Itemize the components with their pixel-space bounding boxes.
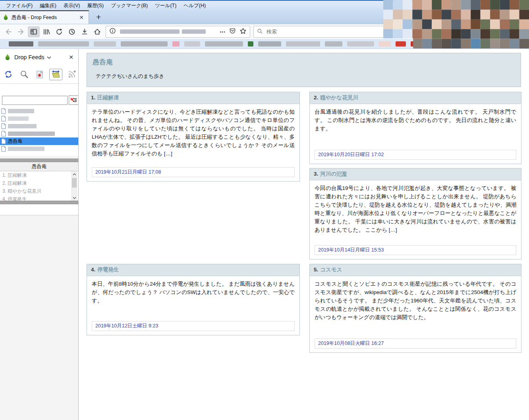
bookmark-item-redacted[interactable] [205,41,243,46]
article-list-item[interactable]: 3. 穏やかな花見川 [0,187,78,195]
back-button[interactable] [2,26,14,37]
menu-history[interactable]: 履歴(S) [83,1,107,10]
feed-item-number: 1. [91,95,95,101]
feed-item-date-box: 2019年10月20日日曜日 17:02 [315,150,516,160]
article-list: 1. 圧縮解凍 2. 圧縮解凍 3. 穏やかな花見川 4. 停電発生 [0,171,78,201]
feed-item-date-link[interactable]: 2019年10月12日土曜日 9:23 [95,323,158,329]
feed-item-title-link[interactable]: コスモス [320,267,342,273]
bookmark-item-redacted[interactable] [347,41,374,46]
feed-item-body: コスモスと聞くとソビエトのコスモス衛星が記憶に残っている年代です。 そのコスモス… [310,276,521,335]
sidebar-toggle-button[interactable] [28,26,40,37]
feed-item-card: 3.河川の氾濫 今回の台風19号により、各地で河川氾濫が起き、大変な事態となって… [309,168,521,259]
drop-feeds-favicon-icon [3,14,8,21]
sidebar-panel-title: Drop Feeds [14,54,44,60]
feed-filter-row [0,95,78,105]
bookmark-item-redacted[interactable] [286,41,320,46]
feed-tree-item-redacted[interactable] [0,115,78,122]
feed-tree-item-redacted[interactable] [0,130,78,137]
feed-item-date-box: 2019年10月14日月曜日 15:53 [315,245,516,255]
drop-feeds-logo-icon [5,53,10,62]
menu-edit[interactable]: 編集(E) [36,1,60,10]
pane-splitter-handle[interactable] [0,201,78,204]
library-button[interactable] [41,26,52,37]
options-icon[interactable] [33,69,46,80]
bookmark-item-redacted[interactable] [121,41,168,46]
menu-help[interactable]: ヘルプ(H) [180,1,209,10]
tab-close-icon[interactable]: ✕ [77,14,85,21]
clear-filter-icon[interactable] [69,95,79,105]
feed-item-card: 5.コスモス コスモスと聞くとソビエトのコスモス衛星が記憶に残っている年代です。… [309,264,521,353]
search-feeds-icon[interactable] [17,69,31,80]
feed-item-title-link[interactable]: 停電発生 [97,267,119,273]
feed-item-header: 3.河川の氾濫 [310,168,521,180]
page-actions-icon[interactable]: ••• [220,29,226,34]
feed-item-date-link[interactable]: 2019年10月21日月曜日 17:08 [95,169,161,175]
bookmark-item-redacted[interactable] [94,41,116,46]
bookmark-item-redacted[interactable] [258,41,281,46]
feed-tree-item-redacted[interactable] [0,122,78,130]
article-list-item[interactable]: 2. 圧縮解凍 [0,179,78,187]
bookmark-item-redacted[interactable] [379,41,391,46]
feed-item-header: 1.圧縮解凍 [87,92,299,104]
feed-item-title-link[interactable]: 圧縮解凍 [97,95,119,101]
subscribe-new-feed-icon[interactable] [65,69,78,80]
sidebar-close-icon[interactable]: ✕ [69,54,73,60]
feed-item-number: 3. [314,171,318,177]
feed-item-card: 1.圧縮解凍 テラ単位のハードディスクになり、今どき圧縮解凍などと言っても死語な… [87,92,300,182]
feed-item-date-box: 2019年10月12日土曜日 9:23 [92,321,295,331]
tab-title: 愚呑庵 - Drop Feeds [12,14,77,21]
feed-filter-input[interactable] [2,96,68,105]
feed-tree-item-redacted[interactable] [0,145,78,153]
bookmark-item-redacted[interactable] [325,41,342,46]
bookmark-item-redacted[interactable] [248,41,253,46]
menu-tools[interactable]: ツール(T) [151,1,180,10]
feed-item-body: 本日、午前8時10分から24分まで停電が発生しました。 まだ風雨は強くありません… [87,276,299,317]
site-info-icon[interactable] [109,27,116,36]
feed-item-date-link[interactable]: 2019年10月08日火曜日 16:27 [318,341,384,346]
bookmark-star-icon[interactable] [239,27,247,36]
feed-item-header: 2.穏やかな花見川 [310,92,521,104]
folder-pane-icon[interactable] [49,69,62,80]
pocket-icon[interactable] [229,27,236,36]
url-bar[interactable]: ••• [106,26,250,38]
feed-item-title-link[interactable]: 穏やかな花見川 [320,95,358,101]
menu-file[interactable]: ファイル(F) [2,1,36,10]
tab-drop-feeds[interactable]: 愚呑庵 - Drop Feeds ✕ [0,10,89,24]
bookmark-item-redacted[interactable] [172,41,180,46]
forward-button[interactable] [15,26,27,37]
feed-check-now-icon[interactable] [2,69,15,80]
new-tab-button[interactable]: + [92,10,105,24]
bookmark-item-redacted[interactable] [9,41,33,46]
reload-button[interactable] [53,26,65,37]
feed-item-date-link[interactable]: 2019年10月14日月曜日 15:53 [318,247,384,253]
feed-reader-page: 愚呑庵 テクテクぢいさんのまち歩き 1.圧縮解凍 テラ単位のハードディスクになり… [79,49,529,420]
chevron-down-icon[interactable] [47,54,51,60]
feed-item-date-box: 2019年10月08日火曜日 16:27 [315,339,516,348]
feed-tree-item-redacted[interactable] [0,107,78,115]
bookmark-item-redacted[interactable] [184,41,200,46]
feed-item-title-link[interactable]: 河川の氾濫 [320,171,347,177]
feed-item-date-link[interactable]: 2019年10月20日日曜日 17:02 [318,152,384,157]
home-button[interactable] [91,26,103,37]
drop-feeds-sidebar: Drop Feeds ✕ [0,49,79,420]
feed-subtitle: テクテクぢいさんのまち歩き [96,73,515,80]
scrollbar-thumb[interactable] [72,178,77,188]
history-button[interactable] [66,26,78,37]
article-list-item[interactable]: 4. 停電発生 [0,195,78,201]
feed-tree-item-selected[interactable]: 愚呑庵 [0,137,78,145]
download-button[interactable] [79,26,91,37]
sidebar-toolbar [0,65,78,84]
scroll-up-icon[interactable] [71,171,77,177]
bookmark-item-redacted[interactable] [396,41,406,46]
url-text-redacted [182,29,206,34]
feed-item-card: 2.穏やかな花見川 台風通過後の花見川を紹介しましたが、普段はこんな流れです。 … [309,92,521,164]
bookmark-item-redacted[interactable] [38,41,89,46]
menu-view[interactable]: 表示(V) [60,1,84,10]
pane-splitter-handle[interactable] [0,159,78,162]
article-list-scrollbar[interactable] [71,171,77,201]
feed-item-number: 2. [314,95,318,101]
scroll-down-icon[interactable] [71,195,77,201]
article-list-item[interactable]: 1. 圧縮解凍 [0,171,78,179]
menu-bookmarks[interactable]: ブックマーク(B) [107,1,151,10]
article-pane-title: 愚呑庵 [0,162,78,171]
